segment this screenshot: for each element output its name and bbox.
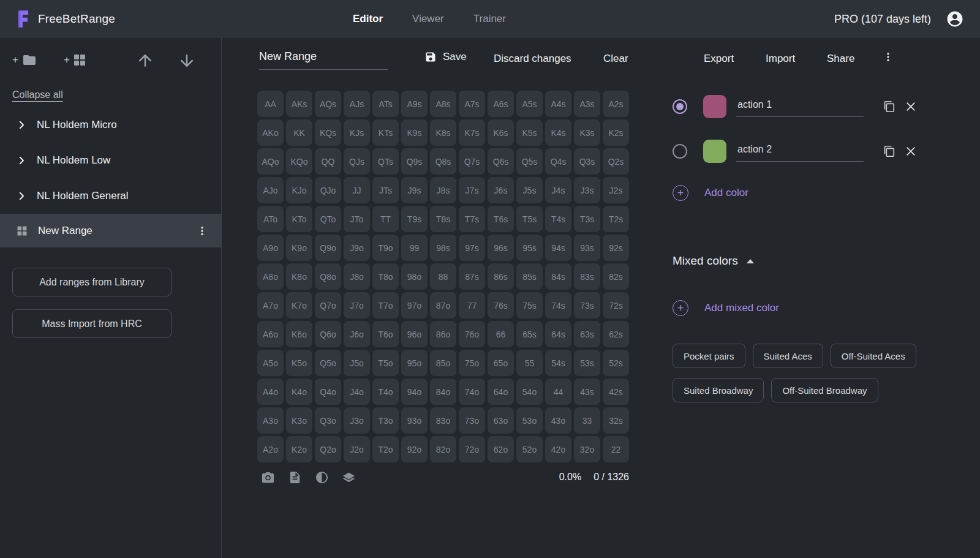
- hand-cell-85o[interactable]: 85o: [430, 350, 456, 376]
- hand-cell-75o[interactable]: 75o: [459, 350, 485, 376]
- hand-cell-74o[interactable]: 74o: [459, 379, 485, 405]
- hand-cell-J2s[interactable]: J2s: [603, 177, 629, 203]
- hand-cell-JTs[interactable]: JTs: [372, 177, 399, 203]
- hand-cell-94o[interactable]: 94o: [401, 379, 428, 405]
- move-down-button[interactable]: [178, 51, 196, 70]
- hand-cell-J8o[interactable]: J8o: [344, 263, 370, 290]
- hand-cell-22[interactable]: 22: [603, 436, 629, 462]
- hand-cell-55[interactable]: 55: [516, 350, 543, 376]
- hand-cell-K4s[interactable]: K4s: [545, 119, 571, 146]
- hand-cell-Q9s[interactable]: Q9s: [401, 148, 428, 175]
- hand-cell-84s[interactable]: 84s: [545, 263, 571, 290]
- hand-cell-A2s[interactable]: A2s: [603, 91, 629, 117]
- hand-cell-64o[interactable]: 64o: [488, 379, 514, 405]
- hand-cell-52o[interactable]: 52o: [516, 436, 543, 462]
- hand-cell-97s[interactable]: 97s: [459, 235, 485, 261]
- add-color-button[interactable]: + Add color: [673, 185, 748, 201]
- hand-cell-T3s[interactable]: T3s: [574, 206, 600, 232]
- hand-cell-83o[interactable]: 83o: [430, 407, 456, 434]
- hand-cell-AKo[interactable]: AKo: [257, 119, 284, 146]
- hand-cell-Q6s[interactable]: Q6s: [488, 148, 514, 175]
- hand-cell-98s[interactable]: 98s: [430, 235, 456, 261]
- preset-suited-broadway[interactable]: Suited Broadway: [673, 378, 764, 402]
- hand-cell-K8s[interactable]: K8s: [430, 119, 456, 146]
- hand-cell-Q2o[interactable]: Q2o: [315, 436, 341, 462]
- hand-cell-QTs[interactable]: QTs: [372, 148, 399, 175]
- hand-cell-T8o[interactable]: T8o: [372, 263, 399, 290]
- hand-cell-95s[interactable]: 95s: [516, 235, 543, 261]
- hand-cell-87s[interactable]: 87s: [459, 263, 485, 290]
- hand-cell-T3o[interactable]: T3o: [372, 407, 399, 434]
- hand-cell-ATs[interactable]: ATs: [372, 91, 399, 117]
- hand-cell-72o[interactable]: 72o: [459, 436, 485, 462]
- add-mixed-color-button[interactable]: + Add mixed color: [673, 300, 779, 316]
- hand-cell-82o[interactable]: 82o: [430, 436, 456, 462]
- hand-cell-65o[interactable]: 65o: [488, 350, 514, 376]
- hand-cell-74s[interactable]: 74s: [545, 292, 571, 319]
- hand-cell-K2o[interactable]: K2o: [286, 436, 312, 462]
- hand-cell-K8o[interactable]: K8o: [286, 263, 312, 290]
- hand-cell-85s[interactable]: 85s: [516, 263, 543, 290]
- hand-cell-T7s[interactable]: T7s: [459, 206, 485, 232]
- contrast-icon[interactable]: [315, 470, 329, 484]
- hand-cell-KTo[interactable]: KTo: [286, 206, 312, 232]
- hand-cell-T4s[interactable]: T4s: [545, 206, 571, 232]
- hand-cell-K9o[interactable]: K9o: [286, 235, 312, 261]
- action-name-input[interactable]: [736, 97, 864, 117]
- hand-cell-63s[interactable]: 63s: [574, 321, 600, 347]
- hand-cell-96o[interactable]: 96o: [401, 321, 428, 347]
- collapse-all-link[interactable]: Collapse all: [12, 89, 63, 100]
- hand-cell-96s[interactable]: 96s: [488, 235, 514, 261]
- discard-changes-button[interactable]: Discard changes: [494, 53, 571, 65]
- hand-cell-A4s[interactable]: A4s: [545, 91, 571, 117]
- hand-cell-Q4s[interactable]: Q4s: [545, 148, 571, 175]
- hand-cell-T2o[interactable]: T2o: [372, 436, 399, 462]
- hand-cell-K5o[interactable]: K5o: [286, 350, 312, 376]
- hand-cell-T5s[interactable]: T5s: [516, 206, 543, 232]
- action-radio[interactable]: [673, 99, 687, 114]
- hand-cell-Q2s[interactable]: Q2s: [603, 148, 629, 175]
- action-color-swatch[interactable]: [703, 95, 726, 118]
- hand-cell-T6o[interactable]: T6o: [372, 321, 399, 347]
- hand-cell-T7o[interactable]: T7o: [372, 292, 399, 319]
- hand-cell-97o[interactable]: 97o: [401, 292, 428, 319]
- action-name-input[interactable]: [736, 141, 864, 162]
- hand-cell-K3o[interactable]: K3o: [286, 407, 312, 434]
- hand-cell-QTo[interactable]: QTo: [315, 206, 341, 232]
- hand-cell-A7s[interactable]: A7s: [459, 91, 485, 117]
- account-icon[interactable]: [946, 10, 964, 28]
- hand-cell-64s[interactable]: 64s: [545, 321, 571, 347]
- tree-folder-nl-holdem-low[interactable]: NL Holdem Low: [0, 143, 221, 178]
- hand-cell-93o[interactable]: 93o: [401, 407, 428, 434]
- hand-cell-A4o[interactable]: A4o: [257, 379, 284, 405]
- hand-cell-J9s[interactable]: J9s: [401, 177, 428, 203]
- hand-cell-A5s[interactable]: A5s: [516, 91, 543, 117]
- range-name-input[interactable]: [259, 48, 388, 70]
- hand-cell-86o[interactable]: 86o: [430, 321, 456, 347]
- hand-cell-Q8o[interactable]: Q8o: [315, 263, 341, 290]
- hand-cell-52s[interactable]: 52s: [603, 350, 629, 376]
- hand-cell-QJo[interactable]: QJo: [315, 177, 341, 203]
- hand-cell-42s[interactable]: 42s: [603, 379, 629, 405]
- tab-trainer[interactable]: Trainer: [473, 13, 506, 25]
- hand-cell-AQo[interactable]: AQo: [257, 148, 284, 175]
- hand-cell-KJo[interactable]: KJo: [286, 177, 312, 203]
- hand-cell-J3s[interactable]: J3s: [574, 177, 600, 203]
- hand-cell-A2o[interactable]: A2o: [257, 436, 284, 462]
- hand-cell-A6o[interactable]: A6o: [257, 321, 284, 347]
- hand-cell-T6s[interactable]: T6s: [488, 206, 514, 232]
- hand-cell-KJs[interactable]: KJs: [344, 119, 370, 146]
- share-button[interactable]: Share: [827, 53, 854, 65]
- hand-cell-Q5s[interactable]: Q5s: [516, 148, 543, 175]
- screenshot-camera-icon[interactable]: [261, 470, 275, 484]
- hand-cell-Q4o[interactable]: Q4o: [315, 379, 341, 405]
- hand-cell-KQs[interactable]: KQs: [315, 119, 341, 146]
- hand-cell-32s[interactable]: 32s: [603, 407, 629, 434]
- tab-editor[interactable]: Editor: [353, 13, 383, 25]
- import-button[interactable]: Import: [766, 53, 795, 65]
- hand-cell-Q7s[interactable]: Q7s: [459, 148, 485, 175]
- hand-cell-QQ[interactable]: QQ: [315, 148, 341, 175]
- hand-cell-95o[interactable]: 95o: [401, 350, 428, 376]
- brand[interactable]: FreeBetRange: [15, 10, 186, 28]
- tab-viewer[interactable]: Viewer: [412, 13, 444, 25]
